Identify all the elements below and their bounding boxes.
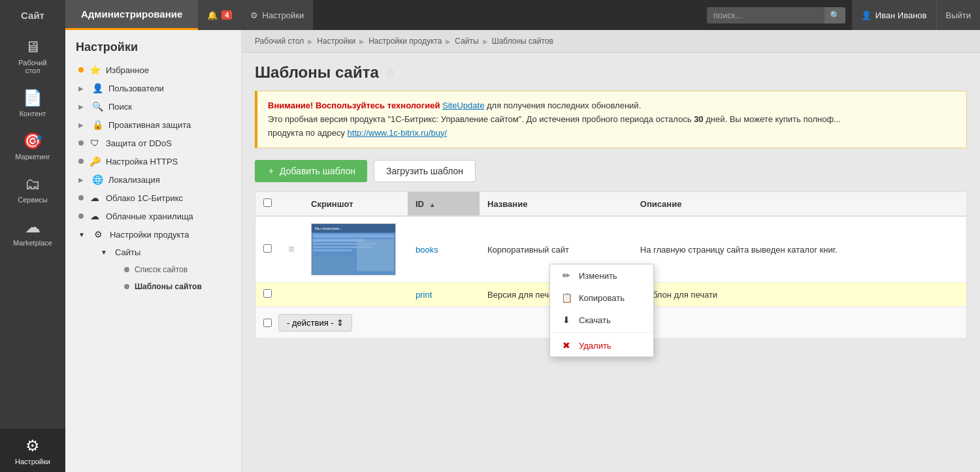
breadcrumb-desktop[interactable]: Рабочий стол	[255, 37, 304, 46]
sidebar-label-sites-list: Список сайтов	[135, 265, 188, 274]
sidebar-item-cloud[interactable]: ☁ Облако 1С-Битрикс	[65, 189, 241, 207]
row-drag-handle[interactable]: ≡	[280, 216, 303, 283]
notif-count: 4	[221, 10, 232, 20]
col-drag	[280, 192, 303, 216]
edit-icon: ✏	[561, 270, 572, 281]
context-menu-download[interactable]: ⬇ Скачать	[550, 309, 653, 331]
search-input[interactable]	[707, 7, 825, 24]
settings-nav-icon: ⚙	[25, 438, 40, 454]
nav-content[interactable]: 📄 Контент	[0, 81, 65, 124]
marketplace-icon: ☁	[25, 219, 41, 235]
breadcrumb-sep: ▶	[483, 38, 488, 45]
copy-icon: 📋	[561, 292, 572, 303]
breadcrumb-sep: ▶	[446, 38, 451, 45]
cloud-storage-icon: ☁	[89, 211, 101, 221]
nav-settings[interactable]: ⚙ Настройки	[0, 429, 65, 472]
col-name: Название	[480, 192, 632, 216]
arrow-icon: ▶	[78, 121, 84, 129]
page-title-row: Шаблоны сайта ☆	[255, 63, 967, 82]
template-id-link[interactable]: print	[416, 290, 432, 300]
nav-desktop[interactable]: 🖥 Рабочийстол	[0, 30, 65, 81]
col-id[interactable]: ID ▲	[408, 192, 480, 216]
sidebar-item-cloud-storage[interactable]: ☁ Облачные хранилища	[65, 207, 241, 225]
row-drag-handle[interactable]	[280, 283, 303, 307]
sidebar-item-proactive[interactable]: ▶ 🔒 Проактивная защита	[65, 116, 241, 134]
add-template-button[interactable]: ＋ Добавить шаблон	[255, 160, 367, 182]
shield-icon: 🛡	[89, 138, 101, 148]
sidebar-label-proactive: Проактивная защита	[108, 120, 191, 130]
search-button[interactable]: 🔍	[825, 7, 845, 24]
sidebar-item-sites[interactable]: ▼ Сайты	[85, 244, 241, 261]
sidebar-item-locale[interactable]: ▶ 🌐 Локализация	[65, 170, 241, 189]
notifications-button[interactable]: 🔔 4	[198, 0, 241, 30]
context-menu-delete[interactable]: ✖ Удалить	[550, 334, 653, 356]
upload-template-button[interactable]: Загрузить шаблон	[374, 160, 476, 182]
select-all-checkbox[interactable]	[263, 198, 272, 207]
admin-tab[interactable]: Администрирование	[65, 0, 198, 30]
settings-button[interactable]: ⚙ Настройки	[241, 0, 313, 30]
star-icon: ⭐	[89, 65, 101, 75]
delete-icon: ✖	[561, 340, 572, 351]
search-icon: 🔍	[91, 101, 103, 112]
row-id: print	[408, 283, 480, 307]
settings-label: Настройки	[262, 10, 304, 20]
context-edit-label: Изменить	[579, 271, 617, 281]
footer-checkbox[interactable]	[263, 319, 272, 327]
bulk-actions-button[interactable]: - действия - ⇕	[278, 314, 352, 332]
bullet-icon	[124, 267, 129, 272]
alert-title: Внимание! Воспользуйтесь технологией	[268, 101, 442, 110]
marketing-icon: 🎯	[23, 133, 42, 149]
favorite-star-icon[interactable]: ☆	[385, 65, 396, 80]
nav-marketplace[interactable]: ☁ Marketplace	[0, 210, 65, 253]
logout-button[interactable]: Выйти	[936, 0, 981, 30]
logout-label: Выйти	[946, 10, 972, 20]
page-title: Шаблоны сайта	[255, 63, 379, 82]
user-name: Иван Иванов	[875, 10, 927, 20]
sidebar-item-ddos[interactable]: 🛡 Защита от DDoS	[65, 134, 241, 152]
sidebar: Настройки ⭐ Избранное ▶ 👤 Пользователи ▶…	[65, 30, 242, 472]
col-select-all	[255, 192, 280, 216]
sidebar-item-site-templates[interactable]: Шаблоны сайтов	[114, 278, 241, 295]
arrow-icon: ▶	[78, 85, 84, 92]
sidebar-label-favorites: Избранное	[106, 65, 149, 75]
alert-link[interactable]: SiteUpdate	[442, 101, 484, 110]
template-id-link[interactable]: books	[416, 245, 438, 255]
site-tab[interactable]: Сайт	[0, 0, 65, 30]
content-area: Рабочий стол ▶ Настройки ▶ Настройки про…	[242, 30, 980, 472]
context-menu-copy[interactable]: 📋 Копировать	[550, 287, 653, 309]
nav-settings-label: Настройки	[15, 458, 50, 465]
actions-label: - действия -	[287, 318, 334, 328]
nav-services[interactable]: 🗂 Сервисы	[0, 167, 65, 210]
sidebar-item-search[interactable]: ▶ 🔍 Поиск	[65, 97, 241, 116]
row-checkbox[interactable]	[263, 289, 272, 298]
sidebar-item-product-settings[interactable]: ▼ ⚙ Настройки продукта	[65, 225, 241, 244]
sidebar-item-sites-list[interactable]: Список сайтов	[114, 261, 241, 278]
sidebar-item-https[interactable]: 🔑 Настройка HTTPS	[65, 152, 241, 170]
bullet-icon	[78, 213, 84, 219]
breadcrumb-product-settings[interactable]: Настройки продукта	[368, 37, 442, 46]
row-checkbox-cell	[255, 216, 280, 283]
sidebar-item-users[interactable]: ▶ 👤 Пользователи	[65, 79, 241, 97]
toolbar: ＋ Добавить шаблон Загрузить шаблон	[255, 160, 967, 182]
nav-content-label: Контент	[20, 110, 46, 118]
nav-marketplace-label: Marketplace	[13, 239, 52, 247]
gear-icon: ⚙	[250, 10, 258, 20]
context-menu-edit[interactable]: ✏ Изменить	[550, 264, 653, 287]
row-id: books	[408, 216, 480, 283]
context-copy-label: Копировать	[579, 293, 625, 303]
breadcrumb-sites[interactable]: Сайты	[455, 37, 478, 46]
nav-marketing[interactable]: 🎯 Маркетинг	[0, 124, 65, 167]
context-menu: ✏ Изменить 📋 Копировать ⬇ Скачать ✖ Уд	[549, 264, 654, 357]
sidebar-item-favorites[interactable]: ⭐ Избранное	[65, 61, 241, 79]
breadcrumb-settings[interactable]: Настройки	[317, 37, 355, 46]
row-checkbox[interactable]	[263, 244, 272, 253]
alert-buy-link[interactable]: http://www.1c-bitrix.ru/buy/	[348, 128, 447, 138]
breadcrumb-current: Шаблоны сайтов	[492, 37, 553, 46]
svg-rect-6	[313, 249, 351, 251]
sidebar-sub-sites: Список сайтов Шаблоны сайтов	[85, 261, 241, 295]
screenshot-thumbnail: Мы помогаем...	[311, 223, 396, 275]
sort-asc-icon: ▲	[429, 201, 436, 208]
row-checkbox-cell	[255, 283, 280, 307]
user-menu[interactable]: 👤 Иван Иванов	[852, 0, 936, 30]
sidebar-label-locale: Локализация	[108, 175, 160, 185]
